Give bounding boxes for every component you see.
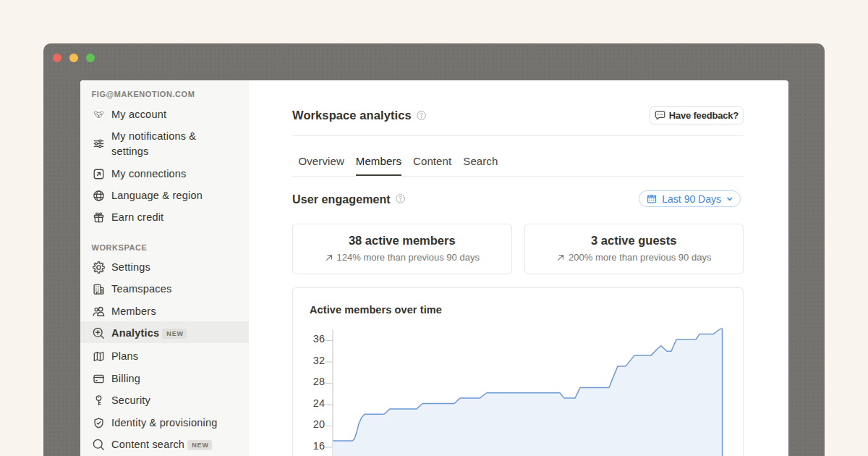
svg-text:24: 24	[313, 397, 325, 408]
svg-text:20: 20	[313, 418, 325, 430]
svg-text:36: 36	[313, 333, 325, 345]
svg-text:16: 16	[313, 439, 325, 451]
svg-text:32: 32	[313, 354, 325, 366]
svg-text:28: 28	[313, 376, 325, 387]
